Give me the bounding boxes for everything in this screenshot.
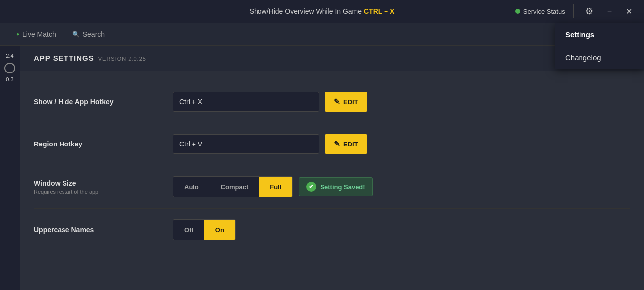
settings-title-text: APP SETTINGS xyxy=(34,54,94,62)
region-hotkey-input[interactable] xyxy=(173,134,319,154)
minimize-icon: − xyxy=(607,7,612,16)
gear-button[interactable]: ⚙ xyxy=(581,4,597,19)
show-hide-input[interactable] xyxy=(173,92,319,112)
uppercase-on-button[interactable]: On xyxy=(204,220,235,240)
setting-saved-badge: ✔ Setting Saved! xyxy=(299,177,372,196)
uppercase-off-button[interactable]: Off xyxy=(173,220,204,240)
titlebar-title: Show/Hide Overview While In Game CTRL + … xyxy=(250,7,395,15)
window-size-compact-button[interactable]: Compact xyxy=(210,177,259,197)
window-size-toggle-group: Auto Compact Full xyxy=(173,176,293,197)
titlebar: Show/Hide Overview While In Game CTRL + … xyxy=(0,0,644,23)
sidebar-score1: 2:4 xyxy=(6,52,13,61)
uppercase-toggle-group: Off On xyxy=(173,219,236,240)
show-hide-edit-button[interactable]: ✎ EDIT xyxy=(325,92,367,112)
dropdown-changelog-item[interactable]: Changelog xyxy=(555,46,644,69)
edit-icon-1: ✎ xyxy=(334,97,340,106)
dropdown-changelog-label: Changelog xyxy=(565,53,601,62)
search-label: Search xyxy=(83,30,105,38)
app-settings-title: APP SETTINGSVERSION 2.0.25 xyxy=(34,54,146,62)
hotkey-text: CTRL + X xyxy=(364,7,394,15)
navbar: ● Live Match 🔍 Search xyxy=(0,23,644,46)
status-dot-icon xyxy=(515,9,520,14)
uppercase-names-label: Uppercase Names xyxy=(34,226,173,234)
search-icon: 🔍 xyxy=(72,31,80,38)
sidebar: 2:4 0.3 xyxy=(0,46,20,290)
service-status-label: Service Status xyxy=(523,8,565,15)
show-hide-hotkey-row: Show / Hide App Hotkey ✎ EDIT xyxy=(34,81,630,123)
service-status: Service Status xyxy=(515,8,565,15)
close-icon: ✕ xyxy=(626,7,632,16)
uppercase-names-row: Uppercase Names Off On xyxy=(34,209,630,251)
gear-icon: ⚙ xyxy=(585,6,593,17)
dropdown-settings-label: Settings xyxy=(565,30,594,39)
live-icon: ● xyxy=(16,31,19,37)
uppercase-names-control: Off On xyxy=(173,219,236,240)
window-size-full-button[interactable]: Full xyxy=(259,177,292,197)
close-button[interactable]: ✕ xyxy=(622,5,636,18)
window-size-sublabel: Requires restart of the app xyxy=(34,189,173,195)
region-hotkey-label: Region Hotkey xyxy=(34,140,173,148)
app-settings-header: APP SETTINGSVERSION 2.0.25 xyxy=(20,46,644,71)
live-match-nav[interactable]: ● Live Match xyxy=(8,23,64,45)
show-hide-label: Show / Hide App Hotkey xyxy=(34,98,173,106)
edit-icon-2: ✎ xyxy=(334,140,340,148)
saved-label: Setting Saved! xyxy=(320,183,365,191)
region-hotkey-edit-button[interactable]: ✎ EDIT xyxy=(325,134,367,154)
search-nav[interactable]: 🔍 Search xyxy=(64,23,113,45)
main-content: APP SETTINGSVERSION 2.0.25 Show / Hide A… xyxy=(20,46,644,290)
minimize-button[interactable]: − xyxy=(603,5,616,18)
check-icon: ✔ xyxy=(306,182,316,192)
window-size-row: Window Size Requires restart of the app … xyxy=(34,165,630,209)
dropdown-settings-item[interactable]: Settings xyxy=(555,23,644,46)
titlebar-divider xyxy=(573,4,574,18)
window-size-control: Auto Compact Full ✔ Setting Saved! xyxy=(173,176,373,197)
show-hide-control: ✎ EDIT xyxy=(173,92,367,112)
titlebar-right: Service Status ⚙ − ✕ xyxy=(515,4,636,19)
edit-label-2: EDIT xyxy=(343,141,358,148)
region-hotkey-control: ✎ EDIT xyxy=(173,134,367,154)
region-hotkey-row: Region Hotkey ✎ EDIT xyxy=(34,123,630,165)
title-text: Show/Hide Overview While In Game xyxy=(250,7,364,15)
version-text: VERSION 2.0.25 xyxy=(98,56,146,62)
live-match-label: Live Match xyxy=(22,30,56,38)
sidebar-circle xyxy=(4,63,15,73)
dropdown-menu: Settings Changelog xyxy=(555,23,644,69)
settings-body: Show / Hide App Hotkey ✎ EDIT Region Hot… xyxy=(20,71,644,261)
sidebar-score2: 0.3 xyxy=(6,75,13,84)
window-size-label: Window Size Requires restart of the app xyxy=(34,179,173,195)
edit-label-1: EDIT xyxy=(343,98,358,106)
window-size-auto-button[interactable]: Auto xyxy=(173,177,210,197)
